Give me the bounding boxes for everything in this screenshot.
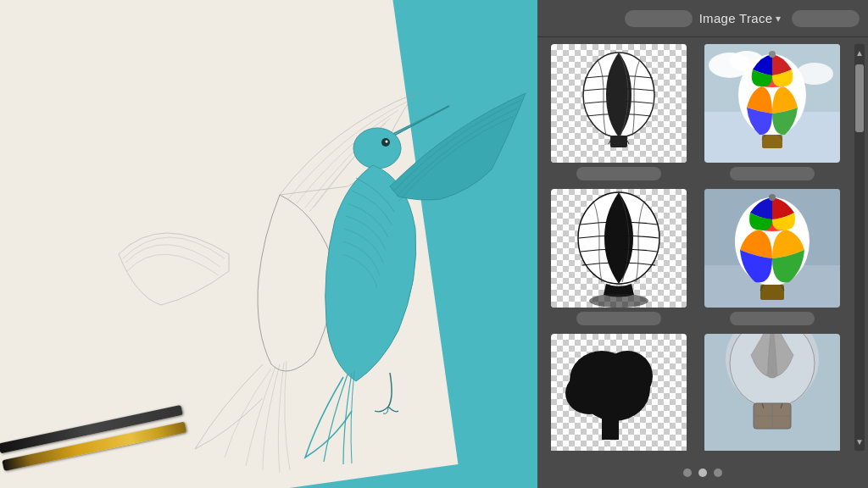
dot-1[interactable] — [683, 469, 692, 477]
image-frame-6[interactable] — [704, 334, 840, 451]
svg-point-22 — [769, 194, 776, 201]
image-trace-dropdown[interactable]: Image Trace ▾ — [699, 11, 782, 25]
panel-content: ▲ ▼ — [537, 37, 868, 458]
header-right-pill — [792, 10, 860, 27]
panel-title: Image Trace — [699, 11, 773, 25]
image-frame-2[interactable] — [704, 44, 840, 163]
scroll-up-arrow[interactable]: ▲ — [854, 46, 865, 60]
image-cell-6 — [699, 334, 844, 451]
svg-rect-14 — [762, 135, 782, 148]
svg-rect-23 — [760, 285, 784, 300]
image-label-3 — [576, 312, 661, 325]
scrollbar[interactable]: ▲ ▼ — [854, 44, 865, 451]
svg-rect-4 — [610, 136, 627, 147]
svg-point-29 — [565, 372, 613, 414]
svg-rect-30 — [602, 414, 619, 440]
image-cell-5 — [546, 334, 691, 451]
svg-point-2 — [386, 141, 388, 143]
image-frame-1[interactable] — [551, 44, 687, 163]
image-cell-1 — [546, 44, 691, 180]
scroll-down-arrow[interactable]: ▼ — [854, 435, 865, 449]
image-label-4 — [730, 312, 815, 325]
canvas-area — [0, 0, 542, 488]
dot-2-active[interactable] — [698, 469, 707, 477]
svg-point-0 — [353, 128, 401, 169]
right-panel: Image Trace ▾ — [537, 0, 868, 488]
scroll-thumb[interactable] — [855, 64, 864, 132]
scroll-thumb-container — [854, 60, 865, 435]
dot-3[interactable] — [714, 469, 722, 477]
image-label-1 — [576, 167, 661, 180]
header-left-pill — [625, 10, 693, 27]
image-cell-3 — [546, 189, 691, 325]
panel-header: Image Trace ▾ — [537, 0, 868, 37]
hummingbird-sketch — [51, 25, 542, 474]
image-cell-4 — [699, 189, 844, 325]
dropdown-chevron-icon: ▾ — [776, 13, 781, 25]
image-frame-5[interactable] — [551, 334, 687, 451]
svg-point-13 — [769, 51, 776, 58]
image-label-2 — [730, 167, 815, 180]
svg-point-18 — [589, 294, 648, 308]
image-cell-2 — [699, 44, 844, 180]
image-frame-3[interactable] — [551, 189, 687, 308]
image-frame-4[interactable] — [704, 189, 840, 308]
image-grid[interactable] — [546, 44, 848, 451]
panel-footer — [537, 458, 868, 488]
